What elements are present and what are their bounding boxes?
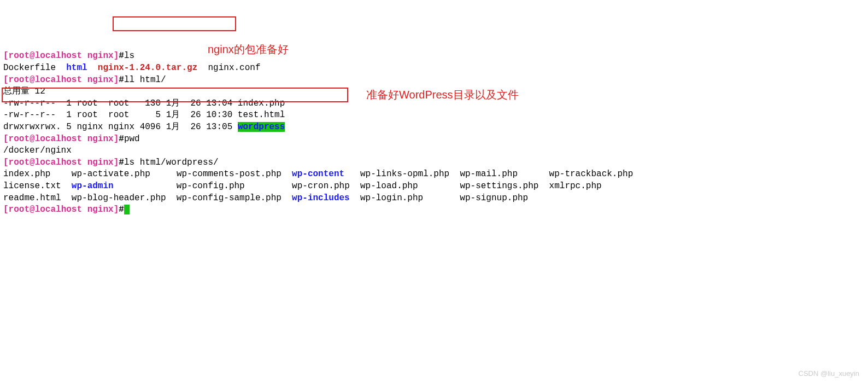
command-input[interactable]: ll html/ [124, 75, 166, 85]
command-input[interactable]: pwd [124, 134, 140, 144]
prompt-user: root [9, 158, 30, 167]
prompt-rbracket: ] [114, 205, 119, 214]
prompt-sep [82, 158, 87, 167]
prompt-lbracket: [ [3, 75, 9, 85]
watermark: CSDN @liu_xueyin [799, 369, 859, 379]
prompt-hash: # [119, 158, 124, 167]
wp-file: wp-mail.php [460, 169, 518, 179]
prompt-rbracket: ] [114, 134, 119, 144]
wp-file: readme.html [3, 193, 61, 203]
ll-dir-wordpress: wordpress [238, 122, 285, 132]
prompt-path: nginx [87, 205, 114, 214]
prompt-hash: # [119, 75, 124, 85]
prompt-lbracket: [ [3, 158, 9, 167]
prompt-rbracket: ] [114, 158, 119, 167]
prompt-rbracket: ] [114, 75, 119, 85]
wp-file: wp-settings.php [460, 181, 538, 191]
prompt-lbracket: [ [3, 205, 9, 214]
prompt-lbracket: [ [3, 51, 9, 61]
prompt-sep [82, 205, 87, 214]
terminal-cursor[interactable] [124, 205, 130, 214]
prompt-hash: # [119, 205, 124, 214]
prompt-at: @ [30, 75, 35, 85]
annotation-text-nginx: nginx的包准备好 [208, 42, 289, 57]
prompt-user: root [9, 75, 30, 85]
prompt-path: nginx [87, 134, 114, 144]
wp-file: wp-blog-header.php [72, 193, 166, 203]
wp-file: wp-comments-post.php [177, 169, 281, 179]
prompt-path: nginx [87, 51, 114, 61]
prompt-hash: # [119, 134, 124, 144]
wp-file: wp-config.php [177, 181, 245, 191]
prompt-user: root [9, 134, 30, 144]
wp-file: license.txt [3, 181, 61, 191]
prompt-lbracket: [ [3, 134, 9, 144]
command-input[interactable]: ls html/wordpress/ [124, 158, 219, 167]
wp-file: wp-trackback.php [549, 169, 634, 179]
wp-file: wp-links-opml.php [360, 169, 449, 179]
wp-file: wp-cron.php [292, 181, 350, 191]
wp-dir-content: wp-content [292, 169, 344, 179]
wp-file: wp-login.php [360, 193, 423, 203]
ls-file-nginxconf: nginx.conf [208, 63, 260, 73]
prompt-user: root [9, 205, 30, 214]
annotation-box-wordpress-dir [2, 88, 348, 102]
ll-row-testhtml: -rw-r--r-- 1 root root 5 1月 26 10:30 tes… [3, 110, 285, 120]
wp-file: index.php [3, 169, 50, 179]
wp-file: wp-activate.php [72, 169, 150, 179]
prompt-host: localhost [35, 51, 82, 61]
wp-file: wp-config-sample.php [177, 193, 281, 203]
prompt-sep [82, 134, 87, 144]
ls-dir-html: html [66, 63, 87, 73]
prompt-path: nginx [87, 158, 114, 167]
annotation-text-wordpress: 准备好WordPress目录以及文件 [366, 88, 519, 102]
pwd-output: /docker/nginx [3, 146, 72, 155]
prompt-at: @ [30, 134, 35, 144]
prompt-user: root [9, 51, 30, 61]
wp-dir-admin: wp-admin [72, 181, 114, 191]
command-input[interactable]: ls [124, 51, 134, 61]
prompt-host: localhost [35, 75, 82, 85]
wp-dir-includes: wp-includes [292, 193, 350, 203]
prompt-host: localhost [35, 134, 82, 144]
prompt-host: localhost [35, 158, 82, 167]
prompt-at: @ [30, 158, 35, 167]
prompt-at: @ [30, 51, 35, 61]
prompt-sep [82, 51, 87, 61]
wp-file: xmlrpc.php [549, 181, 602, 191]
prompt-host: localhost [35, 205, 82, 214]
ls-file-nginx-tar: nginx-1.24.0.tar.gz [98, 63, 197, 73]
ll-row-wordpress-pre: drwxrwxrwx. 5 nginx nginx 4096 1月 26 13:… [3, 122, 238, 132]
prompt-path: nginx [87, 75, 114, 85]
annotation-box-nginx-tar [113, 16, 236, 31]
wp-file: wp-signup.php [460, 193, 528, 203]
prompt-rbracket: ] [114, 51, 119, 61]
prompt-at: @ [30, 205, 35, 214]
ls-file-dockerfile: Dockerfile [3, 63, 56, 73]
wp-file: wp-load.php [360, 181, 418, 191]
prompt-hash: # [119, 51, 124, 61]
prompt-sep [82, 75, 87, 85]
